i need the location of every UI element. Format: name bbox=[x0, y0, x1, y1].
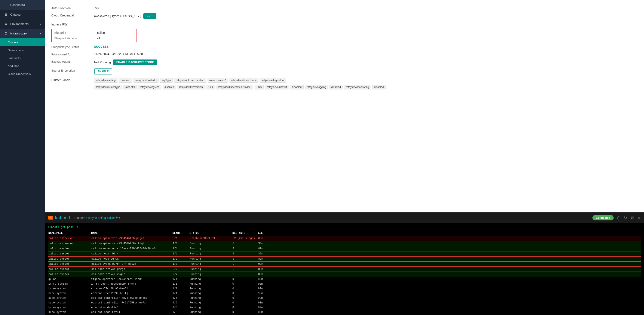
kubectl-controls: Connected ⬡ ↻ ⚙ ✕ bbox=[592, 215, 640, 220]
table-row: kube-systemebs-csi-node-zqf643/3Running0… bbox=[48, 310, 641, 314]
cloud-credential-text: awskalcred [ Type: ACCESS_KEY ] bbox=[94, 14, 141, 18]
auto-provision-value: Yes bbox=[94, 6, 99, 10]
cloud-credential-value: awskalcred [ Type: ACCESS_KEY ] EDIT bbox=[94, 13, 156, 19]
sidebar-item-blueprints[interactable]: Blueprints bbox=[0, 54, 45, 62]
dashboard-icon: ⊞ bbox=[4, 3, 8, 7]
auto-provision-row: Auto Provision Yes bbox=[51, 4, 638, 12]
blueprint-sync-label: BlueprintSync Status bbox=[51, 45, 94, 49]
ingress-row: Ingress IP(s) bbox=[51, 20, 638, 28]
sidebar-item-addons[interactable]: Add-Ons bbox=[0, 62, 45, 70]
sidebar-item-cloud-credentials[interactable]: Cloud Credentials bbox=[0, 70, 45, 78]
environments-icon: 🖥 bbox=[4, 22, 8, 26]
label-tag: rafay.dev/k8sVersion bbox=[177, 85, 205, 90]
kubectl-panel: >_ kubectl Clusters : kalyan-selfng-calc… bbox=[45, 212, 644, 315]
table-row: calico-systemcalico-typha-b97b479ff-p89z… bbox=[48, 262, 641, 267]
external-link-icon[interactable]: ⬡ bbox=[617, 216, 620, 220]
blueprint-version-row: Blueprint Version v1 bbox=[54, 36, 134, 41]
refresh-icon[interactable]: ↻ bbox=[624, 216, 627, 220]
connected-badge: Connected bbox=[592, 215, 614, 220]
cluster-labels-container: rafay.dev/alertingdisabledrafay.dev/clus… bbox=[94, 78, 394, 90]
table-row: calico-systemcsi-node-driver-gn2gs2/2Run… bbox=[48, 267, 641, 272]
terminal-body[interactable]: kubectl get pods -A NAMESPACENAMEREADYST… bbox=[45, 223, 644, 315]
provisioned-label: Provisioned At bbox=[51, 52, 94, 56]
table-row: calico-systemcsi-node-driver-vwgl72/2Run… bbox=[48, 272, 641, 277]
cluster-info-panel: Auto Provision Yes Cloud Credential awsk… bbox=[45, 0, 644, 212]
secret-row: Secret Encryption ENABLE bbox=[51, 67, 638, 76]
catalog-icon: ☰ bbox=[4, 12, 8, 16]
table-row: kube-systemebs-csi-controller-7c7b7558bc… bbox=[48, 296, 641, 300]
blueprint-version-value: v1 bbox=[97, 36, 100, 40]
add-cluster-button[interactable]: + bbox=[116, 216, 118, 220]
enable-secret-button[interactable]: ENABLE bbox=[94, 68, 112, 74]
backup-row: Backup Agent Not Running ENABLE BACKUP/R… bbox=[51, 58, 638, 67]
sidebar-label-cloud-credentials: Cloud Credentials bbox=[8, 72, 30, 76]
kubectl-cluster-name[interactable]: kalyan-selfng-calcni bbox=[88, 216, 115, 220]
cloud-credential-label: Cloud Credential bbox=[51, 13, 94, 17]
cluster-labels-label: Cluster Labels bbox=[51, 78, 94, 82]
cloud-credential-row: Cloud Credential awskalcred [ Type: ACCE… bbox=[51, 12, 638, 20]
enable-backup-button[interactable]: ENABLE BACKUP/RESTORE bbox=[113, 60, 158, 65]
table-row: kube-systemcoredns-79cb69d96-6xm5l1/1Run… bbox=[48, 286, 641, 291]
dropdown-icon[interactable]: ▾ bbox=[118, 216, 120, 220]
label-tag: rafay.dev/kubernetesProvider bbox=[216, 85, 253, 90]
label-tag: rafay.dev/alerting bbox=[94, 78, 118, 82]
kubectl-logo-text: kubectl bbox=[55, 215, 70, 220]
table-row: kube-systemebs-csi-node-82c6z3/3Running0… bbox=[48, 305, 641, 310]
label-tag: aws-us-west-2 bbox=[208, 78, 228, 82]
label-tag: 1.29 bbox=[206, 85, 215, 90]
sidebar-label-clusters: Clusters bbox=[8, 41, 18, 44]
backup-status-text: Not Running bbox=[94, 60, 111, 64]
blueprint-highlight-box: Blueprint calico Blueprint Version v1 bbox=[51, 29, 137, 42]
sidebar-item-clusters[interactable]: Clusters bbox=[0, 38, 45, 46]
backup-label: Backup Agent bbox=[51, 60, 94, 63]
label-tag: rafay.dev/logging bbox=[305, 85, 328, 90]
kubectl-header: >_ kubectl Clusters : kalyan-selfng-calc… bbox=[45, 212, 644, 223]
table-row: calico-systemcalico-node-nbtr41/1Running… bbox=[48, 251, 641, 256]
sidebar: ⊞ Dashboard ☰ Catalog 🖥 Environments › ⚙… bbox=[0, 0, 45, 315]
label-tag: disabled bbox=[290, 85, 304, 90]
infrastructure-icon: ⚙ bbox=[4, 32, 8, 36]
label-tag: disabled bbox=[119, 78, 132, 82]
sidebar-label-dashboard: Dashboard bbox=[10, 3, 25, 7]
blueprint-sync-value: SUCCESS bbox=[94, 45, 109, 48]
label-tag: rafay.dev/clusterLocation bbox=[174, 78, 206, 82]
sidebar-item-environments[interactable]: 🖥 Environments › bbox=[0, 19, 45, 29]
blueprint-label: Blueprint bbox=[54, 31, 97, 34]
table-row: calico-apiservercalico-apiserver-79d454b… bbox=[48, 241, 641, 246]
label-tag: disabled bbox=[162, 85, 176, 90]
label-tag: rafay.dev/kubevirt bbox=[265, 85, 289, 90]
sidebar-label-environments: Environments bbox=[10, 22, 29, 26]
label-tag: rafay.dev/clusterName bbox=[229, 78, 258, 82]
edit-credential-button[interactable]: EDIT bbox=[143, 13, 156, 19]
backup-value: Not Running ENABLE BACKUP/RESTORE bbox=[94, 60, 157, 65]
secret-label: Secret Encryption bbox=[51, 68, 94, 72]
kubectl-logo: >_ kubectl bbox=[48, 215, 70, 220]
label-tag: disabled bbox=[372, 85, 386, 90]
main-content: Auto Provision Yes Cloud Credential awsk… bbox=[45, 0, 644, 315]
term-table-header: NAMESPACENAMEREADYSTATUSRESTARTSAGE bbox=[48, 231, 641, 236]
kubectl-clusters-label: Clusters : bbox=[74, 216, 87, 220]
chevron-down-icon: ∨ bbox=[39, 32, 41, 35]
sidebar-item-dashboard[interactable]: ⊞ Dashboard bbox=[0, 0, 45, 10]
label-tag: 2q39jjm bbox=[160, 78, 173, 82]
sidebar-label-catalog: Catalog bbox=[10, 13, 20, 16]
sidebar-label-namespaces: Namespaces bbox=[8, 48, 24, 52]
table-row: calico-systemcalico-kube-controllers-78b… bbox=[48, 246, 641, 251]
blueprint-sync-row: BlueprintSync Status SUCCESS bbox=[51, 43, 638, 50]
sidebar-item-infrastructure[interactable]: ⚙ Infrastructure ∨ bbox=[0, 29, 45, 38]
table-row: kube-systemcoredns-79cb69d96-b8lfq1/1Run… bbox=[48, 291, 641, 296]
table-row: calico-systemcalico-node-tdjwk1/1Running… bbox=[48, 256, 641, 262]
provisioned-value: 11/26/2024, 04:19:28 PM GMT+5:30 bbox=[94, 52, 143, 56]
sidebar-label-blueprints: Blueprints bbox=[8, 56, 20, 60]
close-icon[interactable]: ✕ bbox=[637, 216, 640, 220]
cluster-labels-row: Cluster Labels rafay.dev/alertingdisable… bbox=[51, 76, 638, 91]
blueprint-version-label: Blueprint Version bbox=[54, 36, 97, 40]
label-tag: rafay.dev/ingress bbox=[138, 85, 161, 90]
settings-icon[interactable]: ⚙ bbox=[630, 216, 634, 220]
sidebar-item-catalog[interactable]: ☰ Catalog bbox=[0, 10, 45, 19]
sidebar-item-namespaces[interactable]: Namespaces bbox=[0, 46, 45, 54]
label-tag: rafay.dev/clusterID bbox=[134, 78, 158, 82]
label-tag: kalyan-selfng-calcni bbox=[260, 78, 286, 82]
kubectl-command: kubectl get pods -A bbox=[48, 225, 641, 230]
kubectl-terminal-icon: >_ bbox=[48, 216, 53, 220]
